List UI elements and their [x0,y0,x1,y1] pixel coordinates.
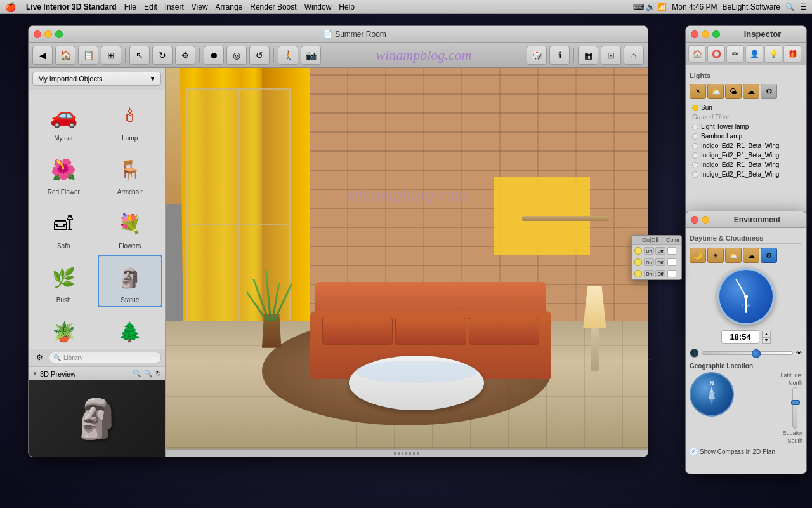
inspector-minimize-btn[interactable] [702,30,709,38]
latitude-track[interactable] [792,387,797,429]
inspector-btn-house[interactable]: 🏠 [688,45,706,63]
light-btn-cloud2[interactable]: 🌤 [725,84,742,99]
scene-lamp2-item[interactable]: Bamboo Lamp [690,131,802,141]
env-btn-cloud2[interactable]: ☁ [743,248,759,263]
object-item-armchair[interactable]: 🪑 Armchair [98,147,163,199]
toolbar-rotate-btn[interactable]: ↻ [152,46,173,65]
toolbar-2d-btn[interactable]: 🏠 [55,46,75,65]
menubar-list-icon[interactable]: ☰ [800,3,807,11]
brightness-thumb[interactable] [752,349,761,358]
refresh-icon[interactable]: ↻ [155,370,161,378]
objects-dropdown[interactable]: My Imported Objects ▼ [32,72,161,86]
close-button[interactable] [34,30,41,38]
apple-menu[interactable]: 🍎 [5,2,16,12]
object-item-vase[interactable]: 🪴 Vase [31,309,96,349]
light-btn-settings[interactable]: ⚙ [761,84,777,99]
inspector-btn-bulb[interactable]: 💡 [764,45,782,63]
light-btn-cloud1[interactable]: ⛅ [707,84,724,99]
preview-header[interactable]: ▼ 3D Preview 🔍 🔍 ↻ [29,366,165,380]
show-compass-label: Show Compass in 2D Plan [700,448,775,455]
toolbar-render-btn[interactable]: 🎲 [527,46,547,65]
light-btn-cloud3[interactable]: ☁ [743,84,759,99]
object-item-sofa[interactable]: 🛋 Sofa [31,201,96,253]
brightness-slider[interactable] [702,351,793,355]
toolbar-info-btn[interactable]: ℹ [549,46,570,65]
scene-lamp4-item[interactable]: Indigo_Ed2_R1_Beta_Wing [690,150,802,160]
menu-render-boost[interactable]: Render Boost [250,3,296,11]
object-item-bush[interactable]: 🌿 Bush [31,255,96,307]
color-box-1[interactable] [667,247,676,255]
zoom-in-icon[interactable]: 🔍 [133,370,141,378]
maximize-button[interactable] [55,30,63,38]
on-btn-3[interactable]: On [644,270,654,277]
toolbar-orbit-btn[interactable]: ↺ [249,46,270,65]
scene-lamp5-item[interactable]: Indigo_Ed2_R1_Beta_Wing [690,160,802,170]
settings-gear-btn[interactable]: ⚙ [32,352,46,363]
scene-lamp3-item[interactable]: Indigo_Ed2_R1_Beta_Wing [690,141,802,150]
toolbar-person-btn[interactable]: 🚶 [278,46,298,65]
viewport[interactable]: winampblog.com [166,68,648,457]
off-btn-3[interactable]: Off [655,270,665,277]
toolbar-back-btn[interactable]: ◀ [32,46,53,65]
toolbar-view1-btn[interactable]: ▦ [578,46,598,65]
toolbar-view2-btn[interactable]: ⊡ [601,46,621,65]
on-btn-2[interactable]: On [644,258,654,266]
show-compass-checkbox[interactable]: ✓ [690,448,697,455]
menu-file[interactable]: File [124,3,136,11]
toolbar-list-btn[interactable]: 📋 [78,46,98,65]
inspector-maximize-btn[interactable] [712,30,720,38]
menubar-search-icon[interactable]: 🔍 [785,3,795,11]
menu-insert[interactable]: Insert [165,3,184,11]
object-item-redflower[interactable]: 🌺 Red Flower [31,147,96,199]
env-btn-sun[interactable]: ☀ [707,248,724,263]
zoom-out-icon[interactable]: 🔍 [144,370,153,378]
object-item-lamp[interactable]: 🕯 Lamp [98,93,163,145]
menu-view[interactable]: View [192,3,208,11]
inspector-btn-figure[interactable]: 👤 [745,45,763,63]
resize-handle[interactable] [166,449,648,457]
object-item-car[interactable]: 🚗 My car [31,93,96,145]
latitude-thumb[interactable] [791,400,800,405]
menu-arrange[interactable]: Arrange [216,3,243,11]
color-box-3[interactable] [667,270,676,277]
toolbar-record-btn[interactable]: ⏺ [204,46,224,65]
env-close-btn[interactable] [691,216,698,224]
daytime-label: Daytime & Cloudiness [690,234,802,244]
compass[interactable]: N [690,372,734,417]
dropdown-label: My Imported Objects [38,75,102,83]
on-btn-1[interactable]: On [644,247,654,255]
inspector-btn-pencil[interactable]: ✏ [726,45,744,63]
scene-lamp1-item[interactable]: Light Tower lamp [690,122,802,131]
minimize-button[interactable] [44,30,52,38]
inspector-btn-gift[interactable]: 🎁 [783,45,801,63]
time-increment-btn[interactable]: ▲ [762,331,771,337]
scene-sun-item[interactable]: Sun [690,103,802,112]
toolbar-cursor-btn[interactable]: ↖ [129,46,150,65]
env-minimize-btn[interactable] [702,216,709,224]
time-input-field[interactable]: 18:54 [721,330,759,344]
menu-window[interactable]: Window [304,3,332,11]
scene-lamp6-item[interactable]: Indigo_Ed2_R1_Beta_Wing [690,170,802,179]
off-btn-2[interactable]: Off [655,258,665,266]
object-item-flowers[interactable]: 💐 Flowers [98,201,163,253]
lamp1-label: Light Tower lamp [701,123,749,130]
toolbar-home-btn[interactable]: ⌂ [624,46,644,65]
env-btn-settings[interactable]: ⚙ [761,248,777,263]
object-item-greattree[interactable]: 🌲 Great Tree [98,309,163,349]
env-btn-moon[interactable]: 🌙 [690,248,706,263]
light-btn-sun[interactable]: ☀ [690,84,706,99]
env-btn-cloud1[interactable]: ⛅ [725,248,742,263]
search-bar[interactable]: 🔍 Library [49,352,161,363]
time-decrement-btn[interactable]: ▼ [762,337,771,344]
menu-help[interactable]: Help [339,3,355,11]
toolbar-camera-btn[interactable]: 📷 [301,46,321,65]
inspector-close-btn[interactable] [691,30,698,38]
object-item-statue[interactable]: 🗿 Statue [98,255,163,307]
inspector-btn-circle[interactable]: ⭕ [707,45,725,63]
toolbar-pan-btn[interactable]: ◎ [226,46,247,65]
menu-edit[interactable]: Edit [144,3,157,11]
toolbar-move-btn[interactable]: ✥ [175,46,195,65]
toolbar-grid-btn[interactable]: ⊞ [101,46,121,65]
color-box-2[interactable] [667,258,676,266]
off-btn-1[interactable]: Off [655,247,665,255]
